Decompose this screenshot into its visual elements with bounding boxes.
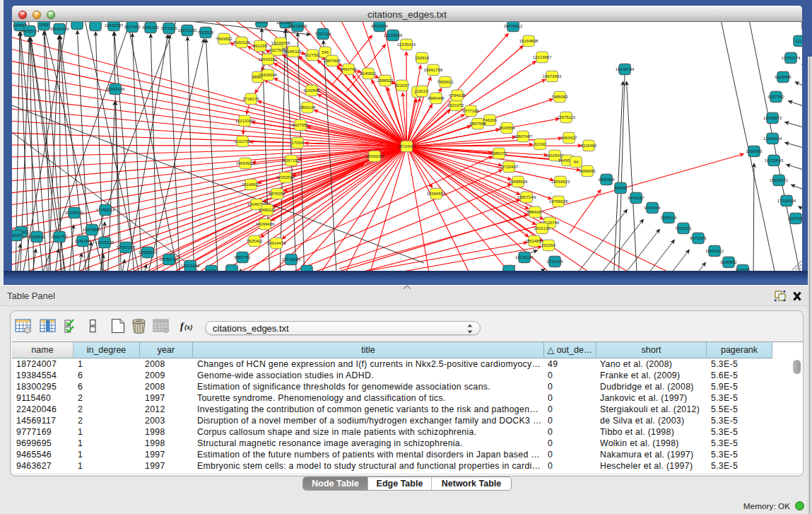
svg-text:8471676: 8471676: [690, 236, 707, 240]
svg-text:10807487: 10807487: [514, 134, 533, 139]
svg-text:9245652: 9245652: [720, 260, 737, 264]
svg-text:17957265: 17957265: [117, 245, 136, 250]
svg-text:12444154: 12444154: [763, 136, 782, 141]
svg-text:17004: 17004: [292, 141, 304, 145]
svg-text:11325419: 11325419: [397, 42, 416, 47]
svg-text:10961758: 10961758: [424, 68, 443, 72]
svg-text:9463627: 9463627: [560, 136, 577, 140]
svg-text:62160: 62160: [534, 142, 546, 146]
svg-text:15751074: 15751074: [782, 56, 801, 60]
svg-text:1071915: 1071915: [160, 26, 177, 30]
svg-text:10958107: 10958107: [139, 250, 158, 255]
svg-text:9857791: 9857791: [234, 255, 251, 259]
svg-text:9474444: 9474444: [644, 206, 661, 210]
svg-text:6897568: 6897568: [469, 122, 486, 126]
svg-text:8813054: 8813054: [371, 24, 388, 28]
svg-text:6479197: 6479197: [628, 196, 645, 200]
svg-text:12615: 12615: [416, 89, 428, 93]
svg-text:10975887: 10975887: [83, 228, 102, 232]
svg-text:20691406: 20691406: [50, 27, 69, 31]
svg-text:8160124: 8160124: [233, 40, 250, 45]
svg-text:9327505: 9327505: [269, 48, 286, 52]
svg-text:2942757: 2942757: [51, 235, 68, 239]
svg-text:6498222: 6498222: [259, 208, 276, 212]
svg-text:1640954: 1640954: [598, 177, 615, 182]
svg-text:8267150: 8267150: [283, 158, 300, 163]
svg-text:12093872: 12093872: [763, 116, 782, 120]
svg-text:15807249: 15807249: [517, 195, 536, 199]
svg-text:6966160: 6966160: [142, 25, 159, 30]
svg-text:7357224: 7357224: [314, 32, 331, 36]
svg-text:15716485: 15716485: [282, 257, 301, 262]
svg-text:9329966: 9329966: [775, 75, 792, 79]
svg-text:20876812: 20876812: [504, 24, 523, 28]
svg-text:19654923: 19654923: [551, 180, 570, 184]
svg-text:2803144: 2803144: [299, 105, 316, 110]
svg-text:12505135: 12505135: [95, 240, 114, 245]
svg-text:9777169: 9777169: [462, 109, 479, 113]
svg-text:2935114: 2935114: [661, 216, 678, 220]
svg-text:19654925: 19654925: [236, 161, 255, 165]
svg-text:2718170: 2718170: [242, 97, 259, 101]
svg-text:9115460: 9115460: [581, 144, 598, 148]
svg-text:89388: 89388: [615, 186, 627, 190]
svg-text:1145194: 1145194: [75, 239, 92, 243]
svg-text:17016504: 17016504: [777, 199, 796, 203]
svg-text:1559383: 1559383: [746, 149, 763, 153]
svg-text:1010755: 1010755: [234, 139, 251, 144]
svg-text:8186323: 8186323: [285, 49, 302, 54]
svg-text:14055724: 14055724: [20, 29, 40, 33]
svg-text:citations_edges.txt: citations_edges.txt: [367, 9, 447, 20]
svg-text:20206536: 20206536: [65, 211, 84, 215]
svg-text:16914479: 16914479: [267, 241, 286, 245]
svg-text:2069: 2069: [39, 23, 49, 27]
svg-text:20053346: 20053346: [106, 87, 125, 91]
svg-text:10688609: 10688609: [509, 180, 528, 184]
svg-text:6794028: 6794028: [449, 93, 466, 98]
svg-text:8990448: 8990448: [428, 96, 445, 100]
svg-text:1156819: 1156819: [29, 235, 46, 239]
svg-text:7485063: 7485063: [551, 95, 568, 99]
svg-text:2967608: 2967608: [324, 59, 341, 63]
svg-text:9242845: 9242845: [303, 88, 320, 93]
svg-text:19384554: 19384554: [427, 192, 446, 196]
svg-text:12213369: 12213369: [235, 119, 254, 123]
svg-text:7986372: 7986372: [490, 151, 507, 156]
svg-text:7955812: 7955812: [437, 80, 454, 84]
svg-text:8454749: 8454749: [340, 67, 357, 71]
svg-text:19166827: 19166827: [242, 182, 261, 187]
svg-text:16210643: 16210643: [765, 158, 784, 163]
svg-text:1615132: 1615132: [534, 226, 551, 230]
svg-text:39157: 39157: [11, 233, 23, 238]
svg-text:12975115: 12975115: [557, 115, 576, 119]
svg-text:10671355: 10671355: [178, 28, 197, 33]
svg-text:7632621: 7632621: [675, 226, 692, 230]
svg-text:822037: 822037: [395, 83, 410, 88]
svg-text:9327508: 9327508: [304, 53, 321, 57]
svg-text:17359914: 17359914: [96, 208, 115, 212]
svg-text:18300295: 18300295: [365, 154, 384, 158]
svg-text:14099489: 14099489: [256, 222, 275, 226]
svg-text:16543382: 16543382: [259, 57, 278, 62]
svg-text:16782759: 16782759: [160, 257, 179, 262]
svg-text:1527602: 1527602: [124, 25, 141, 29]
svg-text:7625402: 7625402: [246, 239, 263, 243]
svg-text:10973493: 10973493: [543, 74, 562, 78]
svg-text:1733426: 1733426: [546, 259, 563, 264]
svg-text:15720407: 15720407: [500, 165, 519, 169]
svg-text:10654112: 10654112: [705, 249, 724, 253]
svg-text:150910: 150910: [415, 56, 430, 60]
svg-text:16154808: 16154808: [519, 39, 539, 43]
svg-text:(x): (x): [184, 323, 193, 332]
svg-text:252254: 252254: [541, 243, 556, 247]
svg-text:19756928: 19756928: [549, 199, 568, 204]
svg-text:23420046: 23420046: [259, 73, 278, 77]
svg-text:9227342: 9227342: [767, 95, 784, 99]
svg-text:12923448: 12923448: [181, 264, 200, 268]
svg-text:15692971: 15692971: [770, 178, 789, 182]
svg-text:1167533: 1167533: [788, 216, 805, 221]
svg-text:12353594: 12353594: [276, 175, 295, 180]
svg-text:1588520: 1588520: [377, 78, 394, 83]
svg-text:12218506: 12218506: [384, 33, 403, 37]
svg-text:891295: 891295: [253, 44, 268, 48]
